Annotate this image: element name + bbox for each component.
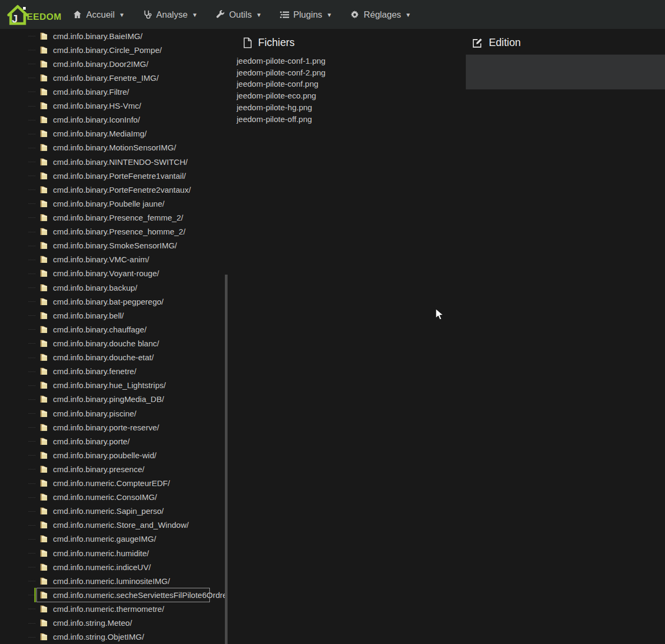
tree-item-label: cmd.info.binary.Poubelle jaune/ bbox=[53, 199, 164, 208]
tree-item[interactable]: cmd.info.numeric.Sapin_perso/ bbox=[0, 504, 225, 518]
tree-item-label: cmd.info.binary.presence/ bbox=[53, 465, 145, 474]
tree-item[interactable]: cmd.info.binary.Filtre/ bbox=[0, 85, 225, 99]
tree-item-label: cmd.info.numeric.CompteurEDF/ bbox=[53, 479, 170, 488]
tree-item[interactable]: cmd.info.binary.douche-etat/ bbox=[0, 351, 225, 365]
tree-item[interactable]: cmd.info.binary.HS-Vmc/ bbox=[0, 99, 225, 113]
tree-item[interactable]: cmd.info.binary.NINTENDO-SWITCH/ bbox=[0, 155, 225, 169]
tree-item-label: cmd.info.binary.HS-Vmc/ bbox=[53, 101, 141, 110]
tree-item[interactable]: cmd.info.binary.pingMedia_DB/ bbox=[0, 392, 225, 406]
tree-item-label: cmd.info.numeric.thermometre/ bbox=[53, 604, 164, 613]
tree-item[interactable]: cmd.info.numeric.indiceUV/ bbox=[0, 560, 225, 574]
tree-item[interactable]: cmd.info.binary.SmokeSensorIMG/ bbox=[0, 239, 225, 253]
tree-item[interactable]: cmd.info.binary.Voyant-rouge/ bbox=[0, 267, 225, 281]
tree-item[interactable]: cmd.info.numeric.humidite/ bbox=[0, 546, 225, 560]
tree-item-label: cmd.info.binary.MotionSensorIMG/ bbox=[53, 143, 176, 152]
edition-editor-area[interactable] bbox=[466, 55, 665, 89]
tree-item-label: cmd.info.numeric.gaugeIMG/ bbox=[53, 534, 156, 543]
tree-item[interactable]: cmd.info.string.Meteo/ bbox=[0, 616, 225, 630]
tree-item[interactable]: cmd.info.binary.fenetre/ bbox=[0, 365, 225, 378]
tree-item-label: cmd.info.binary.Door2IMG/ bbox=[53, 59, 148, 69]
tree-item-label: cmd.info.binary.hue_Lightstrips/ bbox=[53, 381, 166, 390]
tree-item[interactable]: cmd.info.binary.bat-pegperego/ bbox=[0, 294, 225, 308]
tree-item[interactable]: cmd.info.numeric.CompteurEDF/ bbox=[0, 476, 225, 490]
tree-item[interactable]: cmd.info.binary.Door2IMG/ bbox=[0, 57, 225, 71]
folder-icon bbox=[40, 214, 49, 222]
tree-item-label: cmd.info.binary.Voyant-rouge/ bbox=[53, 269, 159, 278]
folder-icon bbox=[40, 535, 49, 543]
menu-item-analyse[interactable]: Analyse▾ bbox=[133, 0, 206, 29]
file-list-item[interactable]: jeedom-pilote-conf-1.png bbox=[237, 55, 456, 67]
tree-item[interactable]: cmd.info.binary.PorteFenetre2vantaux/ bbox=[0, 183, 225, 196]
tree-item[interactable]: cmd.info.binary.poubelle-wid/ bbox=[0, 448, 225, 462]
tree-item[interactable]: cmd.info.binary.IconInfo/ bbox=[0, 113, 225, 127]
folder-icon bbox=[40, 423, 49, 431]
menu-item-rglages[interactable]: Réglages▾ bbox=[341, 0, 419, 29]
tree-item-label: cmd.info.binary.porte-reserve/ bbox=[53, 423, 159, 432]
tree-item-label: cmd.info.numeric.humidite/ bbox=[53, 549, 149, 558]
tree-item-label: cmd.info.binary.MediaImg/ bbox=[53, 129, 147, 138]
tree-item[interactable]: cmd.info.binary.Circle_Pompe/ bbox=[0, 43, 225, 57]
tree-item[interactable]: cmd.info.binary.douche blanc/ bbox=[0, 336, 225, 350]
tree-item[interactable]: cmd.info.numeric.thermometre/ bbox=[0, 602, 225, 616]
tree-item[interactable]: cmd.info.binary.chauffage/ bbox=[0, 322, 225, 336]
file-list-item[interactable]: jeedom-pilote-eco.png bbox=[237, 90, 456, 102]
folder-icon bbox=[40, 298, 49, 306]
tree-item[interactable]: cmd.info.binary.VMC-anim/ bbox=[0, 253, 225, 267]
selected-item-accent-bar bbox=[34, 588, 36, 602]
folder-icon bbox=[40, 367, 49, 375]
tree-item[interactable]: cmd.info.binary.Poubelle jaune/ bbox=[0, 196, 225, 210]
menu-item-accueil[interactable]: Accueil▾ bbox=[63, 0, 133, 29]
folder-icon bbox=[40, 591, 49, 599]
tree-item-label: cmd.info.binary.Circle_Pompe/ bbox=[53, 46, 162, 55]
tree-item[interactable]: cmd.info.numeric.gaugeIMG/ bbox=[0, 532, 225, 546]
tree-item-label: cmd.info.binary.douche-etat/ bbox=[53, 353, 154, 362]
folder-icon bbox=[40, 437, 49, 445]
tree-item[interactable]: cmd.info.binary.BaieIMG/ bbox=[0, 29, 225, 43]
file-list-item[interactable]: jeedom-pilote-hg.png bbox=[237, 102, 456, 113]
tree-item-label: cmd.info.binary.IconInfo/ bbox=[53, 115, 140, 124]
menu-item-plugins[interactable]: Plugins▾ bbox=[270, 0, 341, 29]
menu-item-outils[interactable]: Outils▾ bbox=[206, 0, 270, 29]
tree-item[interactable]: cmd.info.numeric.luminositeIMG/ bbox=[0, 574, 225, 588]
tree-scrollbar-thumb[interactable] bbox=[225, 275, 228, 644]
tree-item[interactable]: cmd.info.binary.porte/ bbox=[0, 434, 225, 448]
tree-item[interactable]: cmd.info.binary.hue_Lightstrips/ bbox=[0, 378, 225, 392]
file-list-item[interactable]: jeedom-pilote-off.png bbox=[237, 113, 456, 125]
tree-item[interactable]: cmd.info.binary.porte-reserve/ bbox=[0, 420, 225, 434]
wrench-icon bbox=[216, 10, 225, 19]
folder-icon bbox=[40, 241, 49, 249]
menu-item-label: Analyse bbox=[156, 10, 188, 20]
tree-item-label: cmd.info.numeric.indiceUV/ bbox=[53, 563, 151, 572]
tree-item[interactable]: cmd.info.string.ObjetIMG/ bbox=[0, 630, 225, 644]
jeedom-logo[interactable]: J EEDOM bbox=[5, 3, 57, 26]
tree-item[interactable]: cmd.info.binary.presence/ bbox=[0, 462, 225, 476]
tree-item-label: cmd.info.binary.Presence_homme_2/ bbox=[53, 227, 185, 236]
tree-item-label: cmd.info.binary.porte/ bbox=[53, 437, 130, 446]
tree-item[interactable]: cmd.info.binary.backup/ bbox=[0, 281, 225, 294]
tree-item-label: cmd.info.binary.Filtre/ bbox=[53, 87, 129, 96]
folder-icon bbox=[40, 74, 49, 82]
tree-item[interactable]: cmd.info.binary.MediaImg/ bbox=[0, 127, 225, 141]
tree-item[interactable]: cmd.info.binary.Fenetre_IMG/ bbox=[0, 71, 225, 85]
file-list-item[interactable]: jeedom-pilote-conf-2.png bbox=[237, 67, 456, 79]
tree-item[interactable]: cmd.info.binary.bell/ bbox=[0, 308, 225, 322]
tree-item[interactable]: cmd.info.binary.Presence_homme_2/ bbox=[0, 225, 225, 239]
edition-panel-header: Edition bbox=[472, 36, 665, 49]
folder-icon bbox=[40, 521, 49, 529]
tree-item[interactable]: cmd.info.binary.PorteFenetre1vantail/ bbox=[0, 169, 225, 183]
caret-down-icon: ▾ bbox=[257, 11, 261, 19]
tree-item-label: cmd.info.binary.SmokeSensorIMG/ bbox=[53, 241, 177, 250]
folder-icon bbox=[40, 130, 49, 138]
folder-icon bbox=[40, 381, 49, 389]
tree-item[interactable]: cmd.info.binary.Presence_femme_2/ bbox=[0, 210, 225, 224]
file-list-item[interactable]: jeedom-pilote-conf.png bbox=[237, 78, 456, 90]
tree-item[interactable]: cmd.info.numeric.ConsoIMG/ bbox=[0, 490, 225, 504]
tree-item[interactable]: cmd.info.numeric.Store_and_Window/ bbox=[0, 518, 225, 532]
tree-item[interactable]: cmd.info.binary.piscine/ bbox=[0, 406, 225, 420]
files-panel-title: Fichiers bbox=[258, 36, 294, 49]
tree-item-label: cmd.info.binary.bat-pegperego/ bbox=[53, 297, 164, 306]
tree-item[interactable]: cmd.info.numeric.secheServiettesFilPilot… bbox=[0, 588, 225, 602]
tree-item[interactable]: cmd.info.binary.MotionSensorIMG/ bbox=[0, 141, 225, 155]
tree-item-label: cmd.info.binary.pingMedia_DB/ bbox=[53, 395, 164, 404]
files-panel: Fichiers jeedom-pilote-conf-1.pngjeedom-… bbox=[237, 29, 456, 125]
